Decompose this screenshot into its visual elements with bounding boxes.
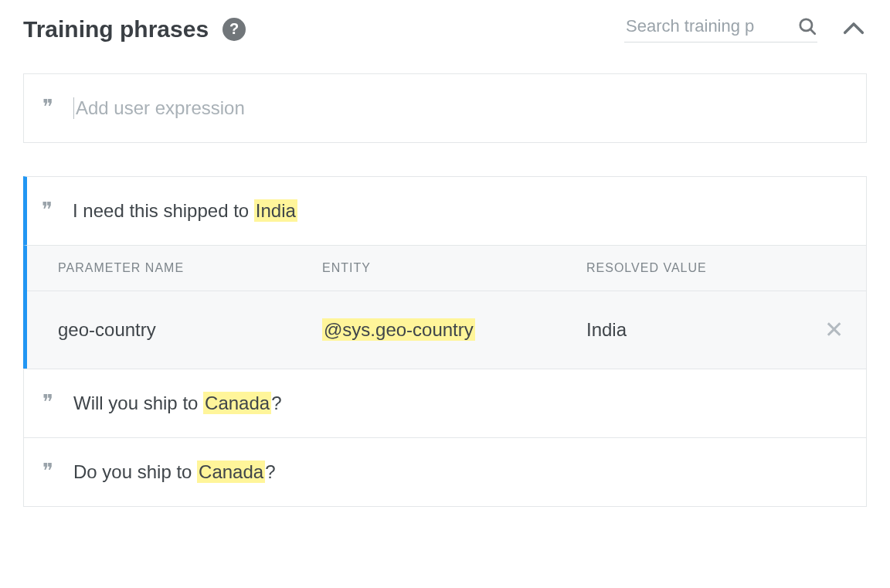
phrase-part: I need this shipped to <box>73 200 254 221</box>
entity-highlight: @sys.geo-country <box>322 318 475 341</box>
section-header: Training phrases ? <box>23 15 867 42</box>
phrase-text: Do you ship to Canada? <box>73 461 276 483</box>
phrase-part: ? <box>265 461 275 482</box>
cell-entity[interactable]: @sys.geo-country <box>291 319 555 341</box>
add-expression-row[interactable]: ❞ <box>23 73 867 143</box>
phrase-text: Will you ship to Canada? <box>73 393 282 414</box>
training-phrase-row[interactable]: ❞ I need this shipped to India <box>23 176 867 246</box>
quote-icon: ❞ <box>42 392 53 412</box>
col-entity: ENTITY <box>291 246 555 291</box>
phrase-part: ? <box>271 393 281 413</box>
details-header: PARAMETER NAME ENTITY RESOLVED VALUE <box>27 246 866 291</box>
training-phrase-row[interactable]: ❞ Will you ship to Canada? <box>23 369 867 438</box>
cell-parameter-name: geo-country <box>27 319 291 341</box>
quote-icon: ❞ <box>42 461 53 481</box>
cell-resolved-value: India <box>555 319 820 341</box>
header-right <box>624 15 867 42</box>
header-left: Training phrases ? <box>23 16 246 42</box>
phrase-list: ❞ I need this shipped to India PARAMETER… <box>23 176 867 507</box>
svg-line-1 <box>810 29 815 34</box>
entity-highlight[interactable]: Canada <box>197 461 265 483</box>
delete-param-icon[interactable]: ✕ <box>824 318 844 342</box>
entity-highlight[interactable]: India <box>254 199 297 222</box>
phrase-part: Will you ship to <box>73 393 203 413</box>
collapse-icon[interactable] <box>841 16 867 42</box>
training-phrase-row[interactable]: ❞ Do you ship to Canada? <box>23 437 867 507</box>
help-icon[interactable]: ? <box>222 18 246 41</box>
add-expression-input[interactable] <box>73 97 848 119</box>
phrase-part: Do you ship to <box>73 461 197 482</box>
phrase-details-panel: PARAMETER NAME ENTITY RESOLVED VALUE geo… <box>23 245 867 369</box>
details-row: geo-country @sys.geo-country India ✕ <box>27 291 866 369</box>
phrase-text: I need this shipped to India <box>73 200 297 222</box>
quote-icon: ❞ <box>42 97 53 117</box>
col-parameter-name: PARAMETER NAME <box>27 246 291 291</box>
col-resolved-value: RESOLVED VALUE <box>555 246 820 291</box>
section-title: Training phrases <box>23 16 209 42</box>
quote-icon: ❞ <box>42 199 53 219</box>
search-input[interactable] <box>624 15 797 37</box>
entity-highlight[interactable]: Canada <box>203 392 271 414</box>
search-field[interactable] <box>624 15 817 42</box>
search-icon[interactable] <box>797 16 817 36</box>
